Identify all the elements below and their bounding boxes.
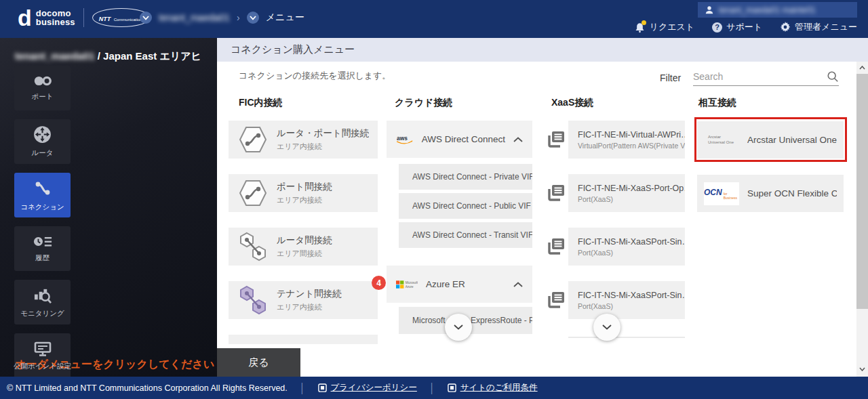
card-xaas-virtual-awpri[interactable]: FIC-IT-NE-Mi-Virtual-AWPri…VirtualPort(P…	[568, 121, 685, 159]
docomo-d-icon: d	[18, 6, 32, 29]
back-button[interactable]: 戻る	[217, 348, 300, 377]
connection-purchase-panel: コネクション購入メニュー コネクションの接続先を選択します。 Filter FI…	[217, 38, 868, 377]
ntt-logo-bold: NTT	[99, 16, 111, 22]
tenant-chevron-icon[interactable]	[140, 12, 152, 24]
nav-support-label: サポート	[726, 21, 762, 33]
sidebar-item-port[interactable]: ポート	[14, 66, 71, 110]
screen-icon	[34, 341, 52, 357]
card-title: FIC-IT-NE-Mi-XaaS-Port-Op…	[578, 184, 685, 193]
vertical-scrollbar[interactable]	[856, 62, 868, 377]
user-name-redacted: tenant_maeda01 mainte01	[719, 5, 816, 15]
column-header-cloud: クラウド接続	[395, 97, 452, 109]
chevron-up-icon[interactable]	[513, 282, 523, 287]
app-window: d docomo business NTT Communications ten…	[0, 0, 868, 399]
footer: © NTT Limited and NTT Communications Cor…	[0, 377, 868, 399]
breadcrumb-separator: ›	[237, 12, 240, 23]
sidebar-item-monitoring[interactable]: モニタリング	[14, 280, 71, 324]
sidebar-item-label: ポート	[32, 92, 54, 102]
card-tenant-connection[interactable]: テナント間接続エリア内接続	[229, 281, 378, 319]
nav-admin-menu[interactable]: 管理者メニュー	[780, 21, 857, 33]
card-aws-public-vif[interactable]: AWS Direct Connect - Public VIF	[399, 193, 532, 219]
panel-title: コネクション購入メニュー	[231, 43, 355, 56]
card-router-port-connection[interactable]: ルータ・ポート間接続エリア内接続	[229, 121, 378, 159]
chevron-up-icon[interactable]	[513, 137, 523, 142]
card-arcstar-universal-one-l3[interactable]: ArcstarUniversal One Arcstar Universal O…	[697, 121, 844, 159]
filter-label: Filter	[660, 72, 681, 83]
group-label: AWS Direct Connect	[422, 134, 505, 144]
nav-admin-label: 管理者メニュー	[795, 21, 857, 33]
card-xaas-port-sin-1[interactable]: FIC-IT-NS-Mi-XaaSPort-Sin…Port(XaaS)	[568, 228, 685, 266]
breadcrumb-tenant-redacted[interactable]: tenant_maeda01	[159, 12, 230, 23]
connection-icon	[33, 179, 52, 198]
document-icon	[318, 383, 327, 392]
group-label: Azure ER	[426, 279, 465, 289]
terms-link[interactable]: サイトのご利用条件	[448, 382, 538, 394]
card-title: ルータ・ポート間接続	[277, 127, 369, 140]
layers-icon	[546, 129, 566, 150]
xaas-scroll-divider	[568, 337, 685, 338]
sidebar-item-router[interactable]: ルータ	[14, 119, 71, 164]
search-icon[interactable]	[827, 70, 839, 83]
sidebar-tenant-redacted: tenant_maeda01	[15, 50, 95, 62]
breadcrumb-menu[interactable]: メニュー	[266, 12, 304, 24]
svg-text:Microsoft: Microsoft	[406, 281, 418, 285]
sidebar-item-public-point[interactable]: 公開ポイント設定	[14, 333, 71, 377]
privacy-policy-link[interactable]: プライバシーポリシー	[318, 382, 417, 394]
search-input[interactable]	[693, 71, 827, 82]
footer-divider: │	[300, 383, 306, 394]
nav-request-label: リクエスト	[650, 21, 695, 33]
card-title: Super OCN Flexible Con…	[747, 188, 837, 198]
card-subtitle: エリア内接続	[277, 302, 342, 312]
sidebar-item-connection[interactable]: コネクション	[14, 173, 71, 217]
card-subtitle: エリア内接続	[277, 142, 369, 152]
router-icon	[33, 125, 52, 144]
card-azure-er[interactable]: MicrosoftAzure Azure ER	[387, 266, 532, 303]
annotation-step-badge: 4	[372, 276, 386, 290]
azure-logo: MicrosoftAzure	[396, 278, 418, 291]
card-subtitle: エリア内接続	[277, 195, 332, 205]
layers-icon	[546, 290, 566, 310]
card-xaas-port-op[interactable]: FIC-IT-NE-Mi-XaaS-Port-Op…Port(XaaS)	[568, 174, 685, 212]
bell-icon	[635, 22, 646, 33]
top-bar: d docomo business NTT Communications ten…	[0, 0, 868, 38]
card-port-connection[interactable]: ポート間接続エリア内接続	[229, 174, 378, 212]
chevron-down-icon	[602, 324, 612, 330]
menu-chevron-icon[interactable]	[247, 12, 259, 24]
panel-header: コネクション購入メニュー	[217, 38, 868, 62]
chevron-down-icon	[454, 324, 463, 330]
card-xaas-port-sin-2[interactable]: FIC-IT-NS-Mi-XaaSPort-Sin…Port(XaaS)	[568, 281, 685, 319]
card-title: FIC-IT-NS-Mi-XaaSPort-Sin…	[578, 291, 685, 300]
history-icon	[33, 234, 52, 249]
scroll-down-arrow[interactable]	[856, 364, 868, 375]
scroll-up-arrow[interactable]	[856, 62, 868, 73]
double-hexagon-purple-icon	[238, 285, 268, 315]
card-aws-transit-vif[interactable]: AWS Direct Connect - Transit VIF	[399, 222, 532, 248]
user-chip[interactable]: tenant_maeda01 mainte01	[698, 2, 857, 18]
sidebar-item-history[interactable]: 履歴	[14, 226, 71, 271]
sidebar-item-label: ルータ	[32, 148, 54, 158]
nav-request[interactable]: リクエスト	[635, 21, 695, 33]
sidebar-item-label: 履歴	[35, 253, 50, 263]
card-subtitle: Port(XaaS)	[578, 302, 685, 310]
card-subtitle: VirtualPort(Pattern AWS(Private V…	[578, 142, 685, 150]
layers-icon	[546, 183, 566, 203]
card-aws-private-vif[interactable]: AWS Direct Connect - Private VIF	[399, 164, 532, 190]
card-partially-scrolled[interactable]	[229, 335, 378, 344]
hexagon-link-icon	[238, 125, 268, 154]
scrollbar-thumb[interactable]	[856, 74, 868, 309]
person-icon	[705, 5, 714, 15]
panel-description: コネクションの接続先を選択します。	[239, 70, 391, 82]
card-title: FIC-IT-NS-Mi-XaaSPort-Sin…	[578, 237, 685, 247]
card-router-connection[interactable]: ルータ間接続エリア間接続	[229, 228, 378, 266]
sidebar-title: tenant_maeda01 / Japan East エリアヒ	[15, 50, 201, 63]
card-super-ocn-flexible[interactable]: OCNfor Business Super OCN Flexible Con…	[697, 175, 844, 212]
privacy-policy-label: プライバシーポリシー	[331, 382, 417, 394]
breadcrumb: tenant_maeda01 › メニュー	[140, 12, 304, 24]
card-title: テナント間接続	[277, 288, 342, 300]
nav-support[interactable]: ? サポート	[712, 21, 762, 33]
cloud-scroll-down-button[interactable]	[445, 314, 472, 341]
column-header-fic: FIC内接続	[239, 97, 283, 109]
footer-divider: │	[429, 383, 435, 394]
xaas-scroll-down-button[interactable]	[593, 314, 620, 341]
card-aws-direct-connect[interactable]: aws AWS Direct Connect	[387, 121, 532, 158]
